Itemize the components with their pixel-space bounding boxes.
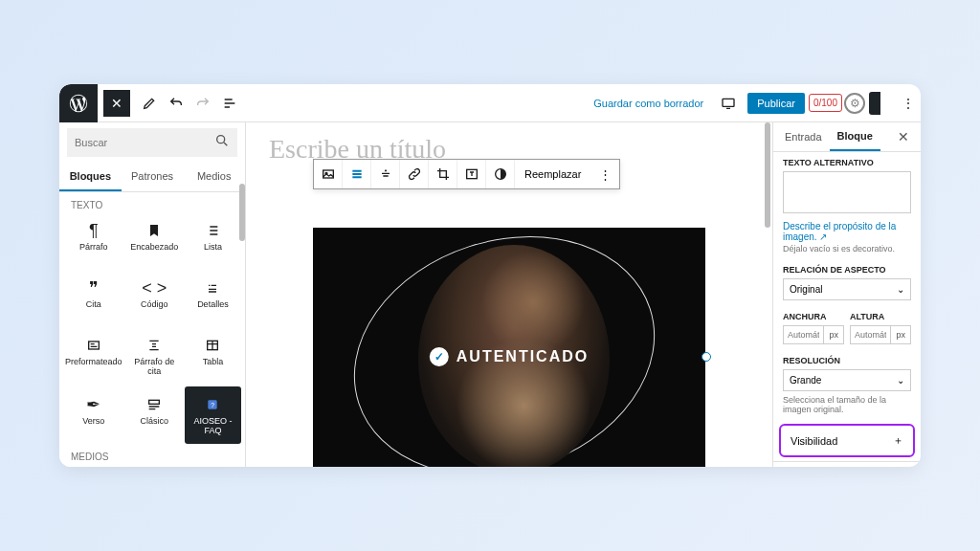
height-input-group[interactable]: px — [850, 325, 911, 344]
details-icon — [205, 277, 220, 298]
wordpress-logo[interactable] — [59, 84, 98, 122]
close-inserter-button[interactable]: ✕ — [103, 90, 130, 117]
code-icon: < > — [142, 277, 167, 298]
alt-help-text: Déjalo vacío si es decorativo. — [783, 244, 911, 253]
verse-icon: ✒ — [86, 394, 100, 415]
crop-icon[interactable] — [429, 160, 457, 188]
category-text-label: TEXTO — [59, 192, 245, 212]
inserter-search-input[interactable] — [75, 137, 214, 148]
svg-rect-7 — [323, 170, 333, 178]
resolution-label: RESOLUCIÓN — [783, 356, 911, 365]
preformatted-icon — [86, 335, 101, 356]
bookmark-icon — [146, 220, 162, 241]
document-outline-icon[interactable] — [216, 84, 243, 122]
editor-body: Bloques Patrones Medios TEXTO ¶Párrafo E… — [59, 122, 921, 467]
sidebar-tabs: Entrada Bloque ✕ — [773, 122, 921, 152]
quote-icon: ❞ — [89, 277, 99, 298]
block-heading[interactable]: Encabezado — [126, 212, 183, 268]
edit-mode-icon[interactable] — [136, 84, 163, 122]
block-classic[interactable]: Clásico — [126, 386, 183, 444]
alt-text-label: TEXTO ALTERNATIVO — [783, 158, 911, 167]
block-aioseo-faq[interactable]: ?AIOSEO - FAQ — [185, 386, 241, 444]
block-quote[interactable]: ❞Cita — [63, 270, 124, 325]
chevron-down-icon: ⌄ — [897, 284, 904, 295]
replace-button[interactable]: Reemplazar — [515, 160, 590, 188]
duotone-icon[interactable] — [486, 160, 515, 188]
aspect-ratio-select[interactable]: Original ⌄ — [783, 278, 911, 300]
seo-score-badge[interactable]: 0/100 — [809, 94, 842, 112]
block-paragraph[interactable]: ¶Párrafo — [63, 212, 124, 268]
height-unit[interactable]: px — [890, 326, 910, 343]
block-toolbar: Reemplazar ⋮ — [313, 159, 620, 189]
visibility-panel[interactable]: Visibilidad ＋ — [779, 424, 915, 457]
close-sidebar-icon[interactable]: ✕ — [890, 125, 917, 148]
block-code[interactable]: < >Código — [126, 270, 183, 325]
redo-icon[interactable] — [189, 84, 216, 122]
list-icon — [205, 220, 220, 241]
svg-text:?: ? — [212, 401, 215, 408]
tab-media[interactable]: Medios — [183, 163, 245, 191]
svg-rect-2 — [88, 342, 99, 349]
more-options-icon[interactable]: ⋮ — [896, 96, 921, 111]
undo-icon[interactable] — [163, 84, 189, 122]
block-more-icon[interactable]: ⋮ — [590, 160, 619, 188]
resolution-select[interactable]: Grande ⌄ — [783, 369, 911, 391]
link-icon[interactable] — [400, 160, 429, 188]
tab-patterns[interactable]: Patrones — [122, 163, 184, 191]
tab-blocks[interactable]: Bloques — [59, 163, 122, 191]
tab-block[interactable]: Bloque — [830, 122, 880, 151]
resize-handle-right[interactable] — [702, 352, 711, 362]
height-label: ALTURA — [850, 312, 911, 321]
svg-point-1 — [217, 136, 225, 143]
block-details[interactable]: Detalles — [185, 270, 241, 325]
resolution-help: Selecciona el tamaño de la imagen origin… — [783, 395, 911, 414]
block-inserter-panel: Bloques Patrones Medios TEXTO ¶Párrafo E… — [59, 122, 246, 467]
block-pullquote[interactable]: Párrafo de cita — [126, 327, 183, 385]
block-list[interactable]: Lista — [185, 212, 241, 268]
canvas-scrollbar[interactable] — [765, 122, 770, 228]
svg-rect-0 — [723, 99, 734, 106]
text-overlay-icon[interactable] — [457, 160, 486, 188]
block-grid: ¶Párrafo Encabezado Lista ❞Cita < >Códig… — [59, 212, 245, 444]
inserter-scrollbar[interactable] — [239, 184, 245, 241]
block-verse[interactable]: ✒Verso — [63, 386, 124, 444]
paragraph-icon: ¶ — [89, 220, 99, 241]
plus-icon: ＋ — [893, 433, 903, 448]
alt-text-input[interactable] — [783, 171, 911, 213]
editor-canvas[interactable]: Escribe un título Reemplazar ⋮ ✓ AUTENTI… — [246, 122, 772, 467]
svg-rect-4 — [149, 400, 160, 404]
chevron-down-icon: ⌄ — [897, 375, 904, 386]
tab-post[interactable]: Entrada — [777, 123, 830, 150]
block-type-icon[interactable] — [314, 160, 343, 188]
editor-frame: ✕ Guardar como borrador Publicar 0/100 ⚙… — [59, 84, 921, 467]
publish-button[interactable]: Publicar — [747, 93, 805, 114]
classic-icon — [146, 394, 162, 415]
align-icon[interactable] — [343, 160, 371, 188]
width-input-group[interactable]: px — [783, 325, 844, 344]
caption-icon[interactable] — [371, 160, 400, 188]
settings-sidebar: Entrada Bloque ✕ TEXTO ALTERNATIVO Descr… — [772, 122, 921, 467]
topbar: ✕ Guardar como borrador Publicar 0/100 ⚙… — [59, 84, 921, 122]
table-icon — [205, 335, 220, 356]
width-input[interactable] — [784, 326, 823, 343]
advanced-panel[interactable]: Avanzado ⌄ — [773, 461, 921, 467]
aspect-ratio-label: RELACIÓN DE ASPECTO — [783, 265, 911, 275]
inserter-search[interactable] — [67, 128, 237, 157]
block-table[interactable]: Tabla — [185, 327, 241, 385]
preview-icon[interactable] — [715, 90, 742, 117]
verified-check-icon: ✓ — [430, 347, 449, 366]
search-icon — [214, 133, 230, 152]
authenticated-badge: ✓ AUTENTICADO — [430, 347, 589, 366]
faq-icon: ? — [205, 394, 220, 415]
width-unit[interactable]: px — [823, 326, 843, 343]
block-preformatted[interactable]: Preformateado — [63, 327, 124, 385]
badge-text: AUTENTICADO — [457, 348, 589, 365]
save-draft-link[interactable]: Guardar como borrador — [584, 98, 713, 109]
seo-settings-icon[interactable]: ⚙ — [844, 93, 865, 114]
image-block[interactable]: ✓ AUTENTICADO — [313, 228, 705, 467]
height-input[interactable] — [851, 326, 890, 343]
pullquote-icon — [146, 335, 162, 356]
width-label: ANCHURA — [783, 312, 844, 321]
settings-panel-toggle[interactable] — [869, 92, 892, 115]
alt-help-link[interactable]: Describe el propósito de la imagen. ↗ — [783, 221, 911, 242]
